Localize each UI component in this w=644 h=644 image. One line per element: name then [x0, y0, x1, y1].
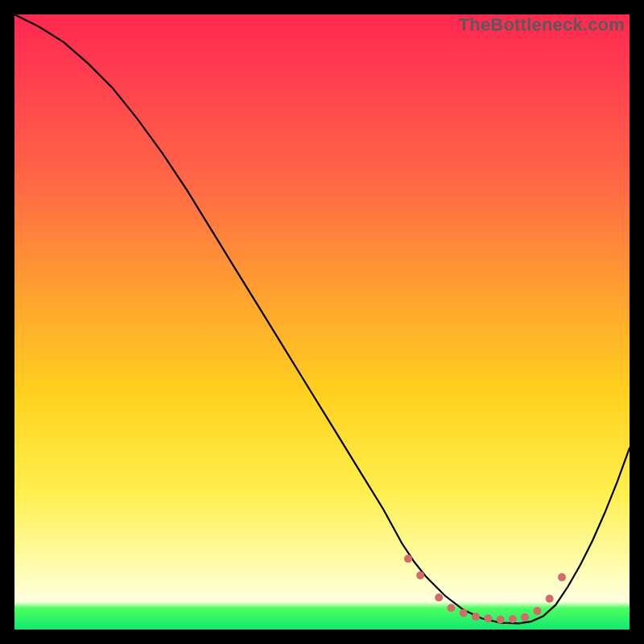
- marker-dot: [460, 609, 468, 617]
- marker-dot: [521, 613, 529, 621]
- marker-dot: [533, 607, 541, 615]
- marker-dot: [435, 593, 443, 601]
- marker-dot: [509, 615, 517, 623]
- marker-dot: [497, 616, 505, 624]
- marker-dot: [416, 572, 424, 580]
- chart-overlay: [14, 14, 630, 630]
- outer-frame: TheBottleneck.com: [0, 0, 644, 644]
- flat-region-markers: [404, 555, 566, 624]
- marker-dot: [484, 614, 492, 622]
- plot-area: TheBottleneck.com: [14, 14, 630, 630]
- marker-dot: [546, 595, 554, 603]
- marker-dot: [404, 555, 412, 563]
- marker-dot: [558, 573, 566, 581]
- marker-dot: [447, 604, 455, 612]
- bottleneck-curve: [14, 14, 630, 623]
- marker-dot: [472, 613, 480, 621]
